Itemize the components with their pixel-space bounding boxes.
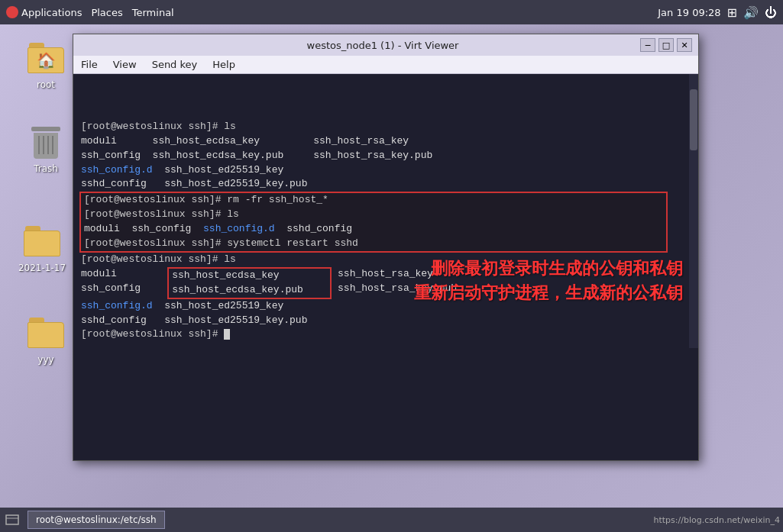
- term-line-12a: ssh_config: [81, 282, 164, 296]
- apps-dot: [6, 6, 18, 18]
- virt-titlebar: westos_node1 (1) - Virt Viewer − □ ✕: [73, 34, 698, 56]
- highlight-box-1: [root@westoslinux ssh]# rm -fr ssh_host_…: [79, 192, 668, 252]
- virt-controls: − □ ✕: [640, 38, 692, 52]
- folder-icon-date: [24, 223, 60, 260]
- taskbar: root@westoslinux:/etc/ssh https://blog.c…: [0, 508, 783, 532]
- term-line-3: ssh_config ssh_host_ecdsa_key.pub ssh_ho…: [81, 149, 691, 163]
- panel-left: Applications Places Terminal: [6, 6, 174, 18]
- network-icon[interactable]: ⊞: [727, 5, 737, 20]
- maximize-button[interactable]: □: [658, 38, 674, 52]
- desktop-icon-date[interactable]: 2021-1-17: [11, 223, 73, 273]
- scrollbar-track[interactable]: [689, 74, 698, 348]
- virt-viewer-window: westos_node1 (1) - Virt Viewer − □ ✕ Fil…: [73, 34, 699, 461]
- folder-icon-root: 🏠: [28, 40, 64, 76]
- term-line-11b: ssh_host_ecdsa_key: [172, 269, 327, 283]
- ls-col1: moduli ssh_config: [81, 267, 164, 299]
- term-line-1: [root@westoslinux ssh]# ls: [81, 120, 691, 134]
- terminal-menu[interactable]: Terminal: [132, 7, 174, 18]
- term-line-8: moduli ssh_config ssh_config.d sshd_conf…: [81, 222, 666, 237]
- menu-view[interactable]: View: [108, 57, 141, 72]
- icon-label-yyy: yyy: [37, 354, 53, 365]
- datetime-label: Jan 19 09:28: [658, 7, 720, 18]
- desktop: 🏠 root Trash 20: [0, 24, 783, 508]
- applications-label: Applications: [21, 7, 82, 18]
- trash-icon: [28, 124, 64, 160]
- term-line-9: [root@westoslinux ssh]# systemctl restar…: [81, 237, 666, 251]
- close-button[interactable]: ✕: [677, 38, 692, 52]
- icon-label-root: root: [37, 79, 55, 90]
- menu-help[interactable]: Help: [208, 57, 240, 72]
- desktop-icon-trash[interactable]: Trash: [15, 124, 76, 174]
- desktop-icon-root[interactable]: 🏠 root: [15, 40, 76, 90]
- folder-icon-yyy: [28, 314, 64, 351]
- power-icon[interactable]: ⏻: [765, 5, 777, 20]
- taskbar-app-icon[interactable]: [3, 511, 21, 529]
- term-line-5: sshd_config ssh_host_ed25519_key.pub: [81, 177, 691, 192]
- scrollbar-thumb[interactable]: [690, 89, 697, 150]
- virt-window-title: westos_node1 (1) - Virt Viewer: [125, 40, 640, 51]
- icon-label-trash: Trash: [34, 163, 58, 174]
- desktop-icon-yyy[interactable]: yyy: [15, 314, 76, 365]
- term-line-6: [root@westoslinux ssh]# rm -fr ssh_host_…: [81, 193, 666, 208]
- taskbar-icon-svg: [5, 512, 20, 527]
- virt-menubar: File View Send key Help: [73, 56, 698, 74]
- icon-label-date: 2021-1-17: [18, 263, 66, 273]
- term-line-2: moduli ssh_host_ecdsa_key ssh_host_rsa_k…: [81, 134, 691, 149]
- term-line-7: [root@westoslinux ssh]# ls: [81, 208, 666, 222]
- term-line-15: [root@westoslinux ssh]#: [81, 327, 691, 342]
- highlight-box-2: ssh_host_ecdsa_key ssh_host_ecdsa_key.pu…: [167, 267, 332, 299]
- taskbar-url: https://blog.csdn.net/weixin_4: [653, 515, 780, 525]
- svg-rect-0: [6, 515, 18, 524]
- gnome-panel: Applications Places Terminal Jan 19 09:2…: [0, 0, 783, 24]
- annotation-text-1: 删除最初登录时生成的公钥和私钥: [431, 257, 683, 280]
- term-line-4: ssh_config.d ssh_host_ed25519_key: [81, 163, 691, 178]
- terminal-container: root@westoslinux:/etc/ssh 虚拟机：服务端 − ✕ Fi…: [73, 74, 698, 460]
- minimize-button[interactable]: −: [640, 38, 655, 52]
- menu-sendkey[interactable]: Send key: [147, 57, 202, 72]
- applications-menu[interactable]: Applications: [6, 6, 82, 18]
- places-menu[interactable]: Places: [91, 7, 122, 18]
- term-line-11a: moduli: [81, 267, 164, 282]
- annotation-text-2: 重新启动守护进程，生成新的公私钥: [414, 282, 683, 305]
- terminal-content[interactable]: [root@westoslinux ssh]# ls moduli ssh_ho…: [73, 74, 698, 348]
- menu-file[interactable]: File: [76, 57, 102, 72]
- term-line-12b: ssh_host_ecdsa_key.pub: [172, 283, 327, 298]
- taskbar-window-button[interactable]: root@westoslinux:/etc/ssh: [28, 511, 165, 529]
- term-line-14: sshd_config ssh_host_ed25519_key.pub: [81, 314, 691, 328]
- panel-right: Jan 19 09:28 ⊞ 🔊 ⏻: [658, 5, 777, 20]
- volume-icon[interactable]: 🔊: [743, 5, 759, 20]
